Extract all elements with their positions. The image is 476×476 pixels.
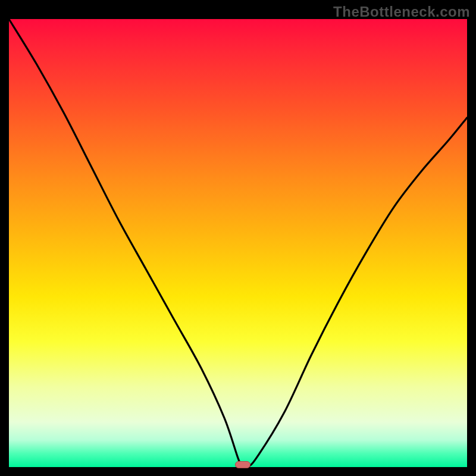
chart-frame: TheBottleneck.com (0, 0, 476, 476)
watermark-text: TheBottleneck.com (333, 4, 470, 20)
bottleneck-curve (9, 19, 467, 467)
plot-area (9, 19, 467, 467)
curve-path (9, 19, 467, 468)
optimum-marker (235, 461, 250, 468)
